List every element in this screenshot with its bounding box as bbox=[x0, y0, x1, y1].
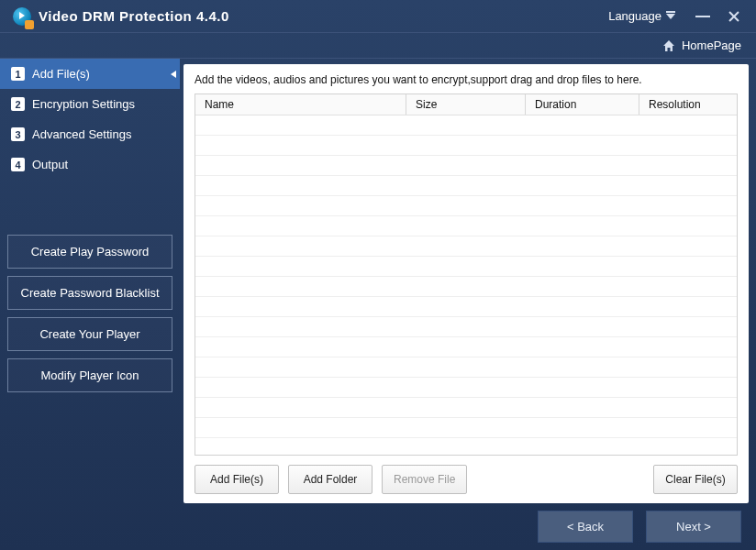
step-label: Encryption Settings bbox=[32, 97, 135, 111]
create-play-password-button[interactable]: Create Play Password bbox=[7, 235, 172, 269]
add-files-button[interactable]: Add File(s) bbox=[195, 465, 279, 494]
dropdown-caret-icon bbox=[666, 14, 675, 19]
step-encryption-settings[interactable]: 2 Encryption Settings bbox=[0, 89, 180, 119]
column-name[interactable]: Name bbox=[195, 94, 406, 115]
home-icon bbox=[662, 38, 676, 53]
back-button[interactable]: < Back bbox=[538, 511, 633, 543]
clear-files-button[interactable]: Clear File(s) bbox=[653, 465, 738, 494]
create-password-blacklist-button[interactable]: Create Password Blacklist bbox=[7, 276, 172, 310]
app-title: Video DRM Protection 4.4.0 bbox=[39, 8, 229, 24]
minimize-button[interactable] bbox=[694, 7, 712, 26]
modify-player-icon-button[interactable]: Modify Player Icon bbox=[7, 358, 172, 392]
homepage-label: HomePage bbox=[682, 38, 741, 52]
step-advanced-settings[interactable]: 3 Advanced Settings bbox=[0, 119, 180, 149]
next-button[interactable]: Next > bbox=[646, 511, 741, 543]
step-label: Add File(s) bbox=[32, 67, 90, 81]
language-dropdown[interactable]: Language bbox=[603, 7, 681, 25]
file-table[interactable]: Name Size Duration Resolution bbox=[195, 94, 738, 456]
column-size[interactable]: Size bbox=[406, 94, 526, 115]
wizard-nav: < Back Next > bbox=[183, 503, 749, 544]
main-panel: Add the videos, audios and pictures you … bbox=[183, 64, 749, 503]
remove-file-button[interactable]: Remove File bbox=[382, 465, 467, 494]
sub-bar: HomePage bbox=[0, 33, 756, 59]
app-logo-icon bbox=[13, 7, 31, 26]
step-output[interactable]: 4 Output bbox=[0, 149, 180, 180]
add-folder-button[interactable]: Add Folder bbox=[288, 465, 372, 494]
table-header: Name Size Duration Resolution bbox=[195, 94, 737, 116]
column-resolution[interactable]: Resolution bbox=[639, 94, 737, 115]
step-number: 2 bbox=[11, 97, 25, 111]
homepage-link[interactable]: HomePage bbox=[662, 38, 741, 53]
step-number: 4 bbox=[11, 158, 25, 171]
step-label: Advanced Settings bbox=[32, 127, 131, 141]
title-bar: Video DRM Protection 4.4.0 Language bbox=[0, 0, 756, 33]
step-add-files[interactable]: 1 Add File(s) bbox=[0, 59, 180, 89]
create-your-player-button[interactable]: Create Your Player bbox=[7, 317, 172, 351]
panel-hint: Add the videos, audios and pictures you … bbox=[195, 73, 738, 86]
language-label: Language bbox=[608, 9, 662, 23]
step-label: Output bbox=[32, 158, 68, 171]
step-number: 3 bbox=[11, 127, 25, 141]
table-body-dropzone[interactable] bbox=[195, 116, 737, 455]
column-duration[interactable]: Duration bbox=[526, 94, 639, 115]
close-button[interactable] bbox=[725, 7, 743, 26]
step-number: 1 bbox=[11, 67, 25, 81]
sidebar: 1 Add File(s) 2 Encryption Settings 3 Ad… bbox=[0, 59, 180, 550]
panel-actions: Add File(s) Add Folder Remove File Clear… bbox=[195, 456, 738, 494]
